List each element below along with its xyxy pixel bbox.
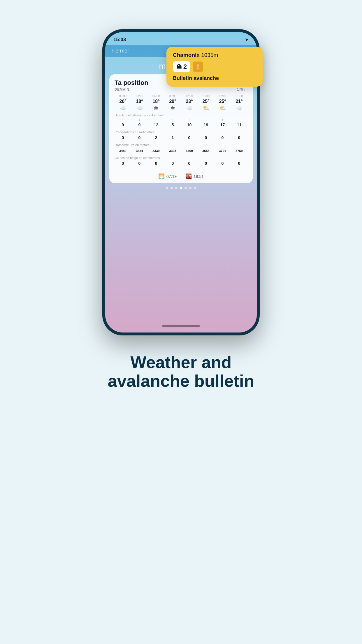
isotherm-cell-3: 3393 [164, 148, 181, 153]
temp-5: 25° [198, 99, 214, 104]
isotherm-val-1: 3434 [136, 149, 143, 153]
notif-altitude: 1035m [201, 52, 218, 58]
isotherm-row: 34803434333933933469355537013759 [115, 148, 247, 153]
time-col-2: 06:00 18° 🌧 [148, 94, 164, 111]
wind-speed-3: 5 [172, 123, 174, 127]
dot-5[interactable] [189, 187, 191, 189]
wind-arrow-0: ↓ [115, 118, 131, 122]
dot-4[interactable] [184, 187, 187, 189]
time-col-5: 15:00 25° ⛅ [198, 94, 214, 111]
wind-speed-0: 9 [122, 123, 124, 127]
time-col-1: 03:00 18° ☁️ [131, 94, 148, 111]
wind-cell-7: ↓ 11 [231, 118, 247, 127]
precip-val-4: 0 [188, 135, 191, 140]
isotherm-val-6: 3701 [219, 149, 226, 153]
precip-cell-3: 1 [164, 135, 181, 140]
wind-section-label: Direction et vitesse du vent en km/h [115, 113, 247, 117]
wind-row: ↓ 9 ↓ 9 ↓ 12 ↓ 5 ↓ 10 ↓ 19 ↓ 17 ↓ 11 [115, 118, 247, 127]
isotherm-section-label: Isotherme 0°c en mètres [115, 143, 247, 147]
bottom-heading-line2: avalanche bulletin [108, 371, 254, 390]
precip-row: 00210000 [115, 135, 247, 140]
wind-speed-1: 9 [138, 123, 141, 127]
sunrise-time: 07:19 [166, 174, 177, 179]
card-altitude: 179 m [237, 87, 247, 92]
dot-1[interactable] [171, 187, 173, 189]
divider [115, 169, 247, 169]
snow-cell-4: 0 [181, 161, 198, 166]
isotherm-val-2: 3339 [152, 149, 159, 153]
precip-val-0: 0 [122, 135, 124, 140]
time-label-3: 09:00 [164, 94, 181, 98]
phone-container: 15:03 ➤ Fermer meteoblue® Ta position DE… [102, 29, 260, 335]
snow-cell-6: 0 [214, 161, 231, 166]
precip-val-5: 0 [205, 135, 207, 140]
wind-cell-6: ↓ 17 [214, 118, 231, 127]
isotherm-val-7: 3759 [236, 149, 242, 153]
weather-icon-7: ☁️ [231, 105, 247, 111]
time-label-0: 00:00 [115, 94, 131, 98]
wind-arrow-2: ↓ [148, 118, 164, 122]
status-time: 15:03 [113, 37, 126, 43]
time-label-6: 18:00 [214, 94, 231, 98]
weather-icon-4: ☁️ [181, 105, 198, 111]
wind-arrow-7: ↓ [231, 118, 247, 122]
notification-card[interactable]: Chamonix 1035m 🏔 2 ! Bulletin avalanche [166, 47, 263, 87]
time-label-7: 21:00 [231, 94, 247, 98]
isotherm-cell-4: 3469 [181, 148, 198, 153]
isotherm-val-4: 3469 [186, 149, 193, 153]
status-bar: 15:03 ➤ [105, 32, 257, 45]
snow-cell-0: 0 [115, 161, 131, 166]
wind-cell-3: ↓ 5 [164, 118, 181, 127]
snow-cell-5: 0 [198, 161, 214, 166]
temp-7: 21° [231, 99, 247, 104]
weather-icon-3: 🌧 [164, 105, 181, 111]
weather-icon-5: ⛅ [198, 105, 214, 111]
snow-val-0: 0 [122, 161, 124, 166]
home-indicator [162, 325, 200, 327]
sunset-icon: 🌇 [185, 173, 192, 180]
wind-cell-1: ↓ 9 [131, 118, 148, 127]
status-icons: ➤ [245, 37, 249, 42]
snow-val-7: 0 [238, 161, 240, 166]
precip-cell-0: 0 [115, 135, 131, 140]
danger-badge: 🏔 2 [173, 61, 190, 72]
snow-section-label: Chutes de neige en centimètres [115, 156, 247, 160]
precip-section-label: Précipitations en millimètres [115, 130, 247, 134]
precip-val-1: 0 [138, 135, 141, 140]
temp-0: 20° [115, 99, 131, 104]
notif-danger-row: 🏔 2 ! [173, 61, 256, 72]
location-arrow-icon: ➤ [245, 37, 249, 42]
dot-3[interactable] [180, 187, 182, 189]
time-label-2: 06:00 [148, 94, 164, 98]
precip-val-6: 0 [222, 135, 224, 140]
wind-speed-2: 12 [154, 123, 159, 127]
exclamation-icon: ! [197, 63, 199, 71]
time-col-7: 21:00 21° ☁️ [231, 94, 247, 111]
precip-val-2: 2 [155, 135, 157, 140]
weather-icon-0: ☁️ [115, 105, 131, 111]
precip-cell-1: 0 [131, 135, 148, 140]
weather-icon-1: ☁️ [131, 105, 148, 111]
wind-cell-2: ↓ 12 [148, 118, 164, 127]
avalanche-icon: 🏔 [176, 64, 182, 70]
time-label-4: 12:00 [181, 94, 198, 98]
wind-arrow-5: ↓ [198, 118, 214, 122]
precip-cell-4: 0 [181, 135, 198, 140]
time-label-5: 15:00 [198, 94, 214, 98]
isotherm-val-0: 3480 [119, 149, 126, 153]
dot-2[interactable] [175, 187, 178, 189]
danger-level: 2 [183, 63, 187, 71]
sunrise-item: 🌅 07:19 [158, 173, 177, 180]
notif-location: Chamonix 1035m [173, 52, 256, 58]
dots-row [105, 183, 257, 191]
snow-val-3: 0 [172, 161, 174, 166]
snow-cell-1: 0 [131, 161, 148, 166]
weather-icon-6: ⛅ [214, 105, 231, 111]
isotherm-cell-5: 3555 [198, 148, 214, 153]
wind-arrow-1: ↓ [131, 118, 148, 122]
dot-6[interactable] [194, 187, 196, 189]
wind-speed-6: 17 [220, 123, 225, 127]
isotherm-cell-2: 3339 [148, 148, 164, 153]
notif-bulletin: Bulletin avalanche [173, 75, 256, 81]
dot-0[interactable] [166, 187, 168, 189]
